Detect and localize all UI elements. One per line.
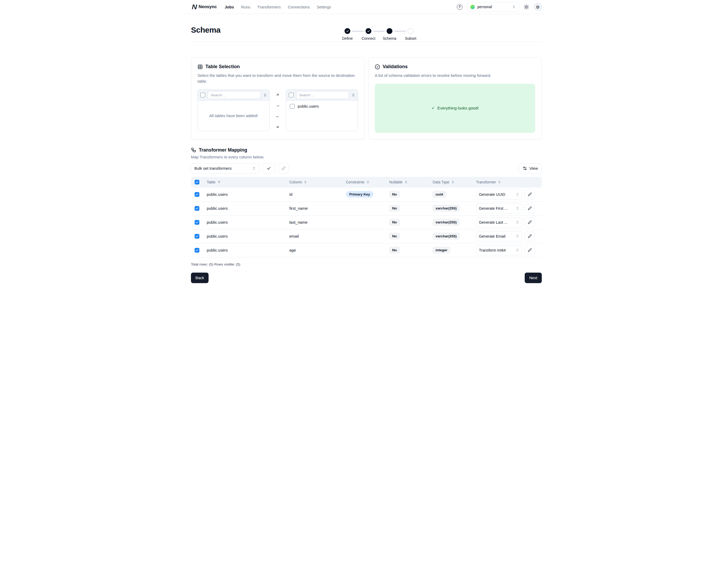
- pencil-icon: [528, 220, 532, 224]
- brand-name: Neosync: [198, 4, 217, 9]
- cards-row: Table Selection Select the tables that y…: [191, 58, 542, 139]
- cell-column: id: [287, 192, 344, 197]
- edit-transformer-button[interactable]: [525, 231, 535, 241]
- chevrons-up-down-icon: [516, 207, 519, 210]
- nav-link[interactable]: Runs: [241, 4, 250, 10]
- help-icon[interactable]: ?: [457, 4, 462, 10]
- table-grid-icon: [197, 64, 203, 70]
- pencil-icon: [528, 192, 532, 196]
- next-button[interactable]: Next: [525, 272, 542, 283]
- step-label: Subset: [405, 36, 416, 40]
- cell-column: email: [287, 234, 344, 238]
- cell-column: last_name: [287, 220, 344, 224]
- source-select-all-checkbox[interactable]: [200, 93, 205, 97]
- source-search-input[interactable]: [208, 91, 261, 99]
- nav-link[interactable]: Transformers: [258, 4, 281, 10]
- bulk-set-transformers-select[interactable]: Bulk set transformers: [191, 163, 259, 174]
- sort-asc-icon: [217, 180, 221, 184]
- brand[interactable]: N Neosync: [192, 3, 217, 11]
- transformer-select[interactable]: Generate Email: [476, 231, 522, 241]
- transformer-select[interactable]: Generate First ...: [476, 203, 522, 213]
- nav-link[interactable]: Connections: [288, 4, 310, 10]
- column-header-transformer[interactable]: Transformer: [474, 180, 542, 184]
- edit-transformer-button[interactable]: [525, 190, 535, 200]
- destination-select-all-checkbox[interactable]: [289, 93, 294, 97]
- sort-icon: [304, 181, 307, 184]
- transformer-select[interactable]: Generate Last ...: [476, 217, 522, 227]
- theme-toggle-sun-icon[interactable]: [524, 4, 529, 10]
- pencil-icon: [528, 234, 532, 238]
- user-avatar[interactable]: D: [534, 3, 542, 11]
- sort-icon: [367, 181, 370, 184]
- nullable-badge: No: [389, 205, 400, 212]
- column-header-table[interactable]: Table: [204, 180, 287, 184]
- edit-transformer-button[interactable]: [525, 217, 535, 227]
- row-checkbox[interactable]: [195, 248, 199, 253]
- success-message: Everything looks good!: [437, 106, 479, 111]
- nav-link[interactable]: Jobs: [225, 4, 234, 10]
- validations-card: Validations A list of schema validation …: [368, 58, 542, 139]
- sort-icon: [498, 181, 501, 184]
- transformer-select-value: Transform Int64: [479, 248, 506, 252]
- cell-table: public.users: [204, 220, 287, 224]
- row-checkbox[interactable]: [195, 220, 199, 225]
- stepper-step[interactable]: Connect: [358, 28, 379, 40]
- table-item-label: public.users: [298, 104, 319, 108]
- source-panel-empty-message: All tables have been added!: [198, 101, 269, 131]
- stepper-step[interactable]: Schema: [379, 28, 400, 40]
- transformer-select[interactable]: Transform Int64: [476, 245, 522, 255]
- account-name: personal: [477, 5, 492, 9]
- schema-table-header: Table Column Constraints Nullable: [191, 177, 542, 188]
- cell-table: public.users: [204, 234, 287, 238]
- table-item-checkbox[interactable]: [290, 104, 295, 109]
- row-checkbox[interactable]: [195, 234, 199, 239]
- destination-sort-icon[interactable]: [352, 93, 355, 97]
- remove-selected-button[interactable]: ←: [274, 113, 282, 119]
- transformer-select[interactable]: Generate UUID: [476, 190, 522, 200]
- add-selected-button[interactable]: →: [274, 102, 282, 108]
- column-header-data-type[interactable]: Data Type: [431, 180, 474, 184]
- data-type-badge: varchar(255): [433, 219, 459, 226]
- step-circle: [387, 28, 393, 34]
- column-header-column[interactable]: Column: [287, 180, 344, 184]
- table-selection-title-text: Table Selection: [205, 64, 240, 70]
- transformer-select-value: Generate Email: [479, 234, 505, 238]
- view-options-button[interactable]: View: [519, 163, 542, 174]
- account-select[interactable]: personal: [467, 2, 519, 12]
- table-row: public.users email No varchar(255) Gener…: [191, 229, 542, 243]
- chevrons-up-down-icon: [252, 166, 256, 170]
- select-all-rows-checkbox[interactable]: [195, 180, 199, 185]
- edit-transformer-button[interactable]: [525, 245, 535, 255]
- transformer-select-value: Generate Last ...: [479, 220, 507, 224]
- add-all-button[interactable]: »: [275, 92, 280, 97]
- row-checkbox[interactable]: [195, 206, 199, 211]
- destination-search-input[interactable]: [296, 91, 349, 99]
- destination-table-item: public.users: [290, 104, 354, 109]
- success-check-icon: ✓: [431, 106, 435, 111]
- nav-link[interactable]: Settings: [317, 4, 331, 10]
- source-tables-panel: All tables have been added!: [197, 90, 270, 131]
- nullable-badge: No: [389, 219, 400, 226]
- step-label: Schema: [383, 36, 396, 40]
- stepper-step[interactable]: Subset: [400, 28, 421, 40]
- schema-table-body: public.users id Primary Key No uuid Gene…: [191, 188, 542, 257]
- bulk-edit-button[interactable]: [278, 163, 289, 174]
- row-checkbox[interactable]: [195, 192, 199, 197]
- back-button[interactable]: Back: [191, 272, 208, 283]
- apply-bulk-button[interactable]: [263, 163, 275, 174]
- nullable-badge: No: [389, 191, 400, 198]
- transformer-mapping-controls: Bulk set transformers View: [191, 163, 542, 174]
- table-row: public.users first_name No varchar(255) …: [191, 202, 542, 216]
- column-header-constraints[interactable]: Constraints: [344, 180, 387, 184]
- stepper-step[interactable]: Define: [337, 28, 358, 40]
- data-type-badge: uuid: [433, 191, 446, 198]
- transformer-mapping-title: Transformer Mapping: [191, 147, 542, 153]
- remove-all-button[interactable]: «: [275, 124, 280, 129]
- cell-table: public.users: [204, 248, 287, 252]
- table-row-summary: Total rows: (5) Rows visible: (5): [191, 262, 542, 266]
- column-header-nullable[interactable]: Nullable: [387, 180, 431, 184]
- edit-transformer-button[interactable]: [525, 203, 535, 213]
- source-sort-icon[interactable]: [263, 93, 267, 97]
- cell-column: age: [287, 248, 344, 252]
- step-label: Connect: [361, 36, 375, 40]
